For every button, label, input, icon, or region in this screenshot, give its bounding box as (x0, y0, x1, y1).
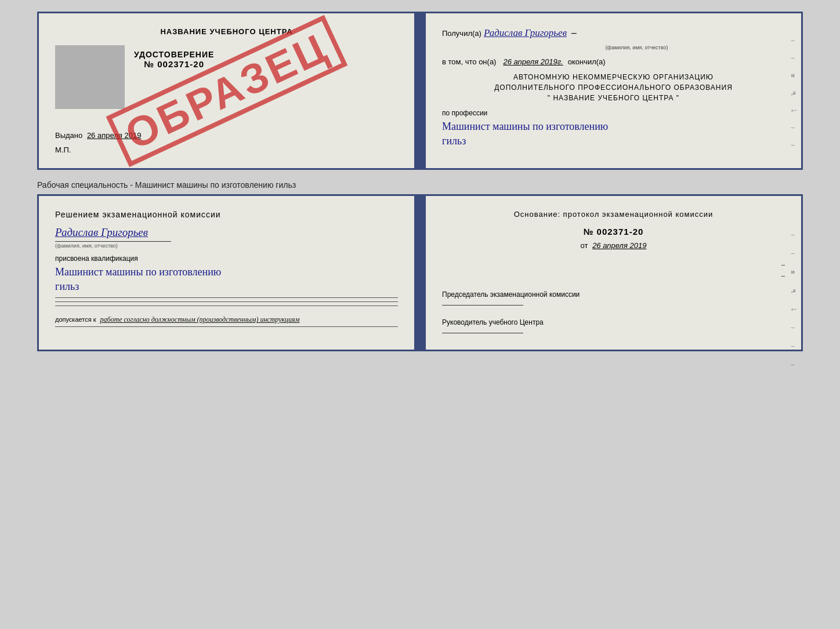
bottom-name: Радислав Григорьев (55, 226, 148, 238)
profession-line1: Машинист машины по изготовлению (442, 121, 608, 132)
top-doc-right: Получил(а) Радислав Григорьев – (фамилия… (426, 13, 801, 168)
udost-number: № 002371-20 (134, 59, 214, 69)
predsedatel-block: Председатель экзаменационной комиссии (442, 289, 785, 306)
predsedatel-sig-line (442, 305, 523, 306)
org-line2: ДОПОЛНИТЕЛЬНОГО ПРОФЕССИОНАЛЬНОГО ОБРАЗО… (442, 82, 785, 93)
top-left-title: НАЗВАНИЕ УЧЕБНОГО ЦЕНТРА (55, 27, 398, 36)
dash-2: – (442, 271, 785, 280)
dopuskaetsya-label: допускается к (55, 316, 96, 323)
side-dashes-top: – – и ,а ‹– – – (791, 37, 796, 148)
top-doc-left: НАЗВАНИЕ УЧЕБНОГО ЦЕНТРА УДОСТОВЕРЕНИЕ №… (39, 13, 415, 168)
vtom-date: 26 апреля 2019г. (503, 57, 563, 66)
bottom-profession-line1: Машинист машины по изготовлению (55, 266, 221, 278)
separator-text: Рабочая специальность - Машинист машины … (37, 180, 803, 190)
mp-label: М.П. (55, 146, 71, 154)
dotted-line-3 (55, 306, 398, 306)
dotted-line-4 (55, 326, 398, 327)
vidano-line: Выдано 26 апреля 2019 (55, 131, 398, 140)
org-quote: " НАЗВАНИЕ УЧЕБНОГО ЦЕНТРА " (442, 93, 785, 103)
spine-bottom (415, 196, 426, 350)
vidano-label: Выдано (55, 131, 82, 140)
bottom-document: Решением экзаменационной комиссии Радисл… (37, 194, 803, 351)
bottom-fio-label: (фамилия, имя, отчество) (55, 243, 398, 249)
mp-line: М.П. (55, 146, 398, 154)
rukovoditel-block: Руководитель учебного Центра (442, 317, 785, 333)
udost-title: УДОСТОВЕРЕНИЕ (134, 50, 214, 59)
profession-handwritten: Машинист машины по изготовлению гильз (442, 119, 785, 148)
rukovoditel-label: Руководитель учебного Центра (442, 317, 785, 328)
poluchil-label: Получил(а) (442, 29, 481, 38)
top-document: НАЗВАНИЕ УЧЕБНОГО ЦЕНТРА УДОСТОВЕРЕНИЕ №… (37, 12, 803, 170)
dopuskaetsya-block: допускается к работе согласно должностны… (55, 315, 398, 324)
bottom-profession-line2: гильз (55, 281, 79, 292)
dopuskaetsya-text: работе согласно должностным (производств… (100, 315, 300, 323)
photo-placeholder (55, 45, 125, 109)
org-line1: АВТОНОМНУЮ НЕКОММЕРЧЕСКУЮ ОРГАНИЗАЦИЮ (442, 72, 785, 82)
predsedatel-label: Председатель экзаменационной комиссии (442, 289, 785, 300)
vtom-line: в том, что он(а) 26 апреля 2019г. окончи… (442, 57, 785, 66)
dotted-line-1 (55, 297, 398, 298)
osnovanie-title: Основание: протокол экзаменационной коми… (442, 210, 785, 219)
bottom-doc-right: Основание: протокол экзаменационной коми… (426, 196, 801, 350)
org-block: АВТОНОМНУЮ НЕКОММЕРЧЕСКУЮ ОРГАНИЗАЦИЮ ДО… (442, 72, 785, 103)
poluchil-name: Радислав Григорьев (484, 27, 567, 39)
ot-label: от (581, 241, 588, 250)
bottom-profession: Машинист машины по изготовлению гильз (55, 265, 398, 294)
side-dashes-bottom: – – и ,а ‹– – – – (791, 231, 796, 368)
prisvoena-label: присвоена квалификация (55, 254, 398, 263)
ot-line: от 26 апреля 2019 (442, 241, 785, 250)
name-underline (55, 241, 171, 242)
okonchil-label: окончил(а) (568, 57, 606, 66)
protocol-number: № 002371-20 (442, 227, 785, 237)
rukovoditel-sig-line (442, 333, 523, 333)
udostoverenie-block: УДОСТОВЕРЕНИЕ № 002371-20 (134, 50, 214, 69)
fio-label-top: (фамилия, имя, отчество) (606, 45, 668, 50)
vidano-date: 26 апреля 2019 (87, 131, 142, 140)
bottom-left-title: Решением экзаменационной комиссии (55, 210, 398, 219)
profession-line2: гильз (442, 135, 466, 147)
po-professii-label: по профессии (442, 109, 785, 117)
vtom-label: в том, что он(а) (442, 57, 496, 66)
dash-1: – (442, 260, 785, 269)
dotted-line-2 (55, 301, 398, 302)
ot-date: 26 апреля 2019 (592, 241, 646, 250)
spine-top (415, 13, 426, 168)
bottom-doc-left: Решением экзаменационной комиссии Радисл… (39, 196, 415, 350)
poluchil-line: Получил(а) Радислав Григорьев – (442, 27, 785, 39)
